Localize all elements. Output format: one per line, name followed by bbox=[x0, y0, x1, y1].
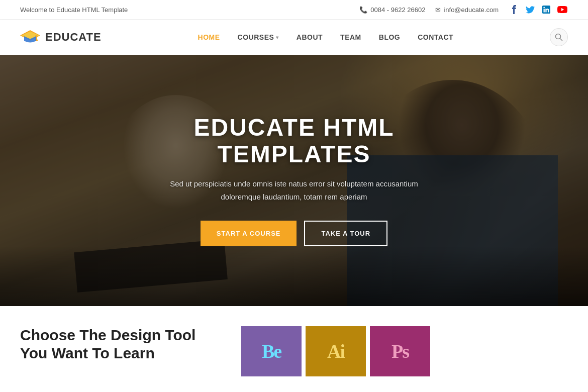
logo-text: EDUCATE bbox=[45, 31, 102, 44]
welcome-text: Welcome to Educate HTML Template bbox=[20, 6, 128, 14]
twitter-icon[interactable] bbox=[525, 4, 536, 15]
nav-team[interactable]: TEAM bbox=[340, 33, 361, 41]
phone-number: 0084 - 9622 26602 bbox=[370, 6, 425, 14]
bottom-gradient bbox=[0, 246, 588, 306]
top-bar: Welcome to Educate HTML Template 📞 0084 … bbox=[0, 0, 588, 20]
graduation-cap-icon bbox=[20, 27, 40, 47]
nav-courses[interactable]: COURSES ▾ bbox=[238, 33, 279, 41]
search-button[interactable] bbox=[550, 28, 568, 46]
illustrator-letter: Ai bbox=[327, 340, 344, 362]
hero-buttons: START A COURSE TAKE A TOUR bbox=[116, 221, 472, 246]
design-tool-behance[interactable]: Be bbox=[241, 326, 302, 376]
hero-title: EDUCATE HTML TEMPLATES bbox=[116, 115, 472, 168]
bottom-left-content: Choose The Design Tool You Want To Learn bbox=[20, 326, 211, 362]
courses-chevron-icon: ▾ bbox=[276, 35, 279, 40]
design-tools: Be Ai Ps bbox=[241, 326, 430, 376]
social-icons bbox=[509, 4, 568, 15]
behance-letter: Be bbox=[262, 340, 281, 362]
design-tool-illustrator[interactable]: Ai bbox=[306, 326, 366, 376]
svg-line-5 bbox=[560, 39, 562, 41]
nav-home[interactable]: HOME bbox=[198, 33, 220, 41]
main-nav: HOME COURSES ▾ ABOUT TEAM BLOG CONTACT bbox=[198, 33, 454, 41]
header: EDUCATE HOME COURSES ▾ ABOUT TEAM BLOG C… bbox=[0, 20, 588, 55]
design-tool-photoshop[interactable]: Ps bbox=[370, 326, 430, 376]
hero-subtitle: Sed ut perspiciatis unde omnis iste natu… bbox=[116, 177, 472, 203]
email-contact: ✉ info@educate.com bbox=[435, 6, 499, 14]
email-address: info@educate.com bbox=[444, 6, 499, 14]
nav-blog[interactable]: BLOG bbox=[379, 33, 400, 41]
youtube-icon[interactable] bbox=[557, 4, 568, 15]
nav-contact[interactable]: CONTACT bbox=[418, 33, 453, 41]
bottom-title: Choose The Design Tool You Want To Learn bbox=[20, 326, 211, 362]
take-tour-button[interactable]: TAKE A TOUR bbox=[304, 221, 387, 246]
bottom-section: Choose The Design Tool You Want To Learn… bbox=[0, 306, 588, 386]
photoshop-letter: Ps bbox=[391, 340, 409, 362]
logo[interactable]: EDUCATE bbox=[20, 27, 102, 47]
phone-icon: 📞 bbox=[359, 6, 367, 14]
facebook-icon[interactable] bbox=[509, 4, 520, 15]
start-course-button[interactable]: START A COURSE bbox=[201, 221, 297, 246]
email-icon: ✉ bbox=[435, 6, 441, 14]
top-bar-right: 📞 0084 - 9622 26602 ✉ info@educate.com bbox=[359, 4, 568, 15]
svg-point-4 bbox=[555, 34, 560, 39]
phone-contact: 📞 0084 - 9622 26602 bbox=[359, 6, 425, 14]
linkedin-icon[interactable] bbox=[541, 4, 552, 15]
search-icon bbox=[555, 33, 563, 41]
hero-section: EDUCATE HTML TEMPLATES Sed ut perspiciat… bbox=[0, 55, 588, 306]
nav-about[interactable]: ABOUT bbox=[297, 33, 323, 41]
hero-content: EDUCATE HTML TEMPLATES Sed ut perspiciat… bbox=[106, 115, 482, 247]
